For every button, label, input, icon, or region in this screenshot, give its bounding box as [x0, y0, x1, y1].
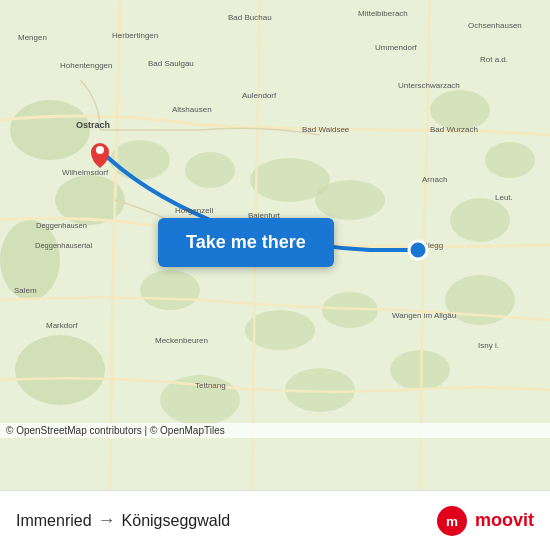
svg-text:Herbertingen: Herbertingen	[112, 31, 158, 40]
svg-text:Deggenhausen: Deggenhausen	[36, 221, 87, 230]
svg-text:Mittelbiberach: Mittelbiberach	[358, 9, 408, 18]
map-attribution: © OpenStreetMap contributors | © OpenMap…	[0, 423, 550, 438]
svg-text:Deggenhausertal: Deggenhausertal	[35, 241, 92, 250]
svg-text:Bad Waldsee: Bad Waldsee	[302, 125, 350, 134]
svg-text:Mengen: Mengen	[18, 33, 47, 42]
svg-text:Leut.: Leut.	[495, 193, 513, 202]
svg-point-10	[485, 142, 535, 178]
svg-text:Salem: Salem	[14, 286, 37, 295]
svg-point-16	[140, 270, 200, 310]
svg-point-9	[430, 90, 490, 130]
svg-text:Bad Saulgau: Bad Saulgau	[148, 59, 194, 68]
svg-text:Rot a.d.: Rot a.d.	[480, 55, 508, 64]
svg-text:Markdorf: Markdorf	[46, 321, 78, 330]
svg-point-1	[10, 100, 90, 160]
svg-text:Bad Wurzach: Bad Wurzach	[430, 125, 478, 134]
svg-text:Tettnang: Tettnang	[195, 381, 226, 390]
svg-text:Wangen im Allgäu: Wangen im Allgäu	[392, 311, 456, 320]
svg-text:Ummendorf: Ummendorf	[375, 43, 418, 52]
svg-point-5	[110, 140, 170, 180]
svg-text:Hohentenggen: Hohentenggen	[60, 61, 113, 70]
svg-text:Isny i.: Isny i.	[478, 341, 499, 350]
svg-text:Ochsenhausen: Ochsenhausen	[468, 21, 522, 30]
destination-label: Königseggwald	[122, 512, 231, 530]
footer: Immenried → Königseggwald m moovit	[0, 490, 550, 550]
take-me-there-button[interactable]: Take me there	[158, 218, 334, 267]
moovit-logo-icon: m	[437, 506, 467, 536]
svg-point-6	[185, 152, 235, 188]
svg-text:Altshausen: Altshausen	[172, 105, 212, 114]
svg-text:Arnach: Arnach	[422, 175, 447, 184]
moovit-text: moovit	[475, 510, 534, 531]
svg-point-8	[315, 180, 385, 220]
svg-text:Bad Buchau: Bad Buchau	[228, 13, 272, 22]
svg-point-51	[96, 146, 104, 154]
svg-text:Horgenzell: Horgenzell	[175, 206, 213, 215]
arrow-icon: →	[98, 510, 116, 531]
svg-point-11	[450, 198, 510, 242]
svg-text:m: m	[446, 514, 458, 529]
svg-text:Unterschwarzach: Unterschwarzach	[398, 81, 460, 90]
svg-point-52	[409, 241, 427, 259]
svg-text:Meckenbeuren: Meckenbeuren	[155, 336, 208, 345]
map-container: Mengen Herbertingen Bad Buchau Mittelbib…	[0, 0, 550, 490]
svg-point-4	[15, 335, 105, 405]
svg-point-13	[390, 350, 450, 390]
route-info: Immenried → Königseggwald	[16, 510, 230, 531]
svg-text:Aulendorf: Aulendorf	[242, 91, 277, 100]
origin-label: Immenried	[16, 512, 92, 530]
svg-text:Ostrach: Ostrach	[76, 120, 110, 130]
svg-text:Wilhelmsdorf: Wilhelmsdorf	[62, 168, 109, 177]
moovit-branding: m moovit	[437, 506, 534, 536]
